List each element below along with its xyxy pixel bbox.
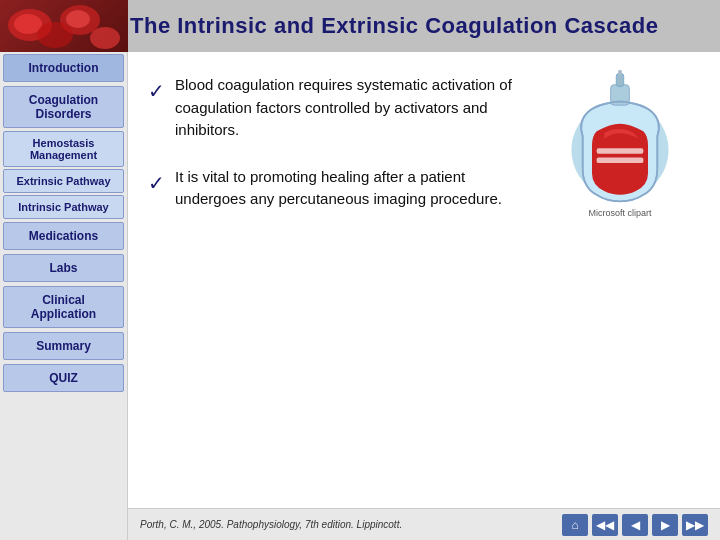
first-button[interactable]: ◀◀ xyxy=(592,514,618,536)
sidebar-item-summary[interactable]: Summary xyxy=(3,332,124,360)
sidebar-item-extrinsic-pathway[interactable]: Extrinsic Pathway xyxy=(3,169,124,193)
sidebar-item-coagulation-disorders[interactable]: Coagulation Disorders xyxy=(3,86,124,128)
sidebar-item-medications[interactable]: Medications xyxy=(3,222,124,250)
footer: Porth, C. M., 2005. Pathophysiology, 7th… xyxy=(128,508,720,540)
svg-point-5 xyxy=(90,27,120,49)
check-icon-1: ✓ xyxy=(148,76,165,106)
sidebar: Introduction Coagulation Disorders Hemos… xyxy=(0,52,128,540)
bullet-text-2: It is vital to promoting healing after a… xyxy=(175,166,520,211)
sidebar-item-hemostasis-management[interactable]: Hemostasis Management xyxy=(3,131,124,167)
svg-point-4 xyxy=(37,22,73,48)
bullet-text-1: Blood coagulation requires systematic ac… xyxy=(175,74,520,142)
prev-button[interactable]: ◀ xyxy=(622,514,648,536)
sidebar-item-intrinsic-pathway[interactable]: Intrinsic Pathway xyxy=(3,195,124,219)
footer-citation: Porth, C. M., 2005. Pathophysiology, 7th… xyxy=(140,519,402,530)
svg-point-1 xyxy=(14,14,42,34)
next-button[interactable]: ▶ xyxy=(652,514,678,536)
footer-navigation: ⌂ ◀◀ ◀ ▶ ▶▶ xyxy=(562,514,708,536)
svg-rect-8 xyxy=(616,73,623,86)
header-image xyxy=(0,0,128,52)
main-layout: Introduction Coagulation Disorders Hemos… xyxy=(0,52,720,540)
header: The Intrinsic and Extrinsic Coagulation … xyxy=(0,0,720,52)
home-button[interactable]: ⌂ xyxy=(562,514,588,536)
sidebar-item-introduction[interactable]: Introduction xyxy=(3,54,124,82)
bullet-item-1: ✓ Blood coagulation requires systematic … xyxy=(148,74,520,142)
svg-rect-10 xyxy=(597,148,644,154)
image-caption: Microsoft clipart xyxy=(588,208,651,218)
page-title: The Intrinsic and Extrinsic Coagulation … xyxy=(130,13,658,39)
bullet-item-2: ✓ It is vital to promoting healing after… xyxy=(148,166,520,211)
check-icon-2: ✓ xyxy=(148,168,165,198)
blood-bag-image-area: Microsoft clipart xyxy=(540,62,700,222)
blood-bag-svg xyxy=(555,66,685,206)
last-button[interactable]: ▶▶ xyxy=(682,514,708,536)
svg-rect-9 xyxy=(618,70,622,76)
svg-rect-11 xyxy=(597,157,644,163)
svg-point-3 xyxy=(66,10,90,28)
sidebar-item-labs[interactable]: Labs xyxy=(3,254,124,282)
sidebar-item-quiz[interactable]: QUIZ xyxy=(3,364,124,392)
sidebar-item-clinical-application[interactable]: Clinical Application xyxy=(3,286,124,328)
main-content: Microsoft clipart ✓ Blood coagulation re… xyxy=(128,52,720,540)
